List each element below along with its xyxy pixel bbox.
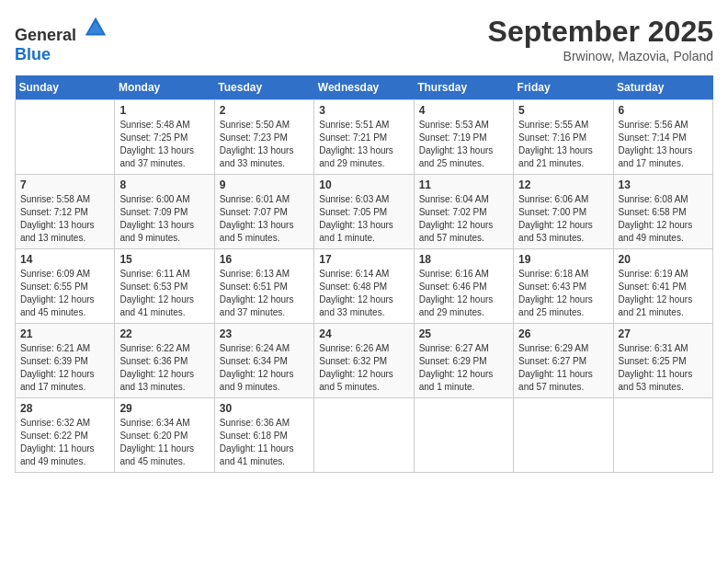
day-info: Sunrise: 6:29 AM Sunset: 6:27 PM Dayligh… [518, 342, 608, 394]
day-number: 23 [220, 327, 309, 340]
day-number: 3 [319, 104, 408, 117]
logo-blue: Blue [15, 45, 51, 63]
day-info: Sunrise: 6:03 AM Sunset: 7:05 PM Dayligh… [319, 193, 408, 245]
day-cell: 9Sunrise: 6:01 AM Sunset: 7:07 PM Daylig… [214, 175, 313, 249]
day-cell: 3Sunrise: 5:51 AM Sunset: 7:21 PM Daylig… [314, 100, 414, 175]
day-cell: 2Sunrise: 5:50 AM Sunset: 7:23 PM Daylig… [214, 100, 313, 175]
day-info: Sunrise: 6:19 AM Sunset: 6:41 PM Dayligh… [619, 268, 708, 319]
day-cell: 19Sunrise: 6:18 AM Sunset: 6:43 PM Dayli… [514, 249, 613, 324]
day-cell: 16Sunrise: 6:13 AM Sunset: 6:51 PM Dayli… [214, 249, 313, 324]
day-number: 22 [119, 327, 209, 340]
day-cell: 28Sunrise: 6:32 AM Sunset: 6:22 PM Dayli… [16, 398, 115, 473]
title-block: September 2025 Brwinow, Mazovia, Poland [488, 15, 713, 63]
logo-icon [83, 15, 108, 40]
day-cell: 17Sunrise: 6:14 AM Sunset: 6:48 PM Dayli… [314, 249, 414, 324]
day-number: 19 [518, 253, 608, 266]
day-cell: 13Sunrise: 6:08 AM Sunset: 6:58 PM Dayli… [613, 175, 712, 249]
day-number: 6 [619, 104, 708, 117]
day-cell [514, 398, 613, 473]
day-number: 16 [220, 253, 309, 266]
header-saturday: Saturday [613, 75, 712, 100]
day-number: 30 [220, 402, 309, 415]
page-header: General Blue September 2025 Brwinow, Maz… [15, 15, 713, 64]
location-subtitle: Brwinow, Mazovia, Poland [488, 49, 713, 63]
day-cell: 1Sunrise: 5:48 AM Sunset: 7:25 PM Daylig… [115, 100, 214, 175]
day-number: 10 [319, 178, 408, 191]
day-cell: 5Sunrise: 5:55 AM Sunset: 7:16 PM Daylig… [514, 100, 613, 175]
day-number: 12 [518, 178, 608, 191]
day-info: Sunrise: 5:55 AM Sunset: 7:16 PM Dayligh… [518, 119, 608, 170]
day-number: 2 [220, 104, 309, 117]
day-number: 25 [419, 327, 508, 340]
day-cell: 6Sunrise: 5:56 AM Sunset: 7:14 PM Daylig… [613, 100, 712, 175]
logo-text: General Blue [15, 15, 108, 64]
day-info: Sunrise: 6:08 AM Sunset: 6:58 PM Dayligh… [619, 193, 708, 245]
header-thursday: Thursday [414, 75, 513, 100]
header-tuesday: Tuesday [214, 75, 313, 100]
day-cell: 4Sunrise: 5:53 AM Sunset: 7:19 PM Daylig… [414, 100, 513, 175]
day-cell: 7Sunrise: 5:58 AM Sunset: 7:12 PM Daylig… [16, 175, 115, 249]
day-cell [314, 398, 414, 473]
day-cell: 14Sunrise: 6:09 AM Sunset: 6:55 PM Dayli… [16, 249, 115, 324]
day-cell: 22Sunrise: 6:22 AM Sunset: 6:36 PM Dayli… [115, 324, 214, 398]
day-number: 11 [419, 178, 508, 191]
day-cell: 30Sunrise: 6:36 AM Sunset: 6:18 PM Dayli… [214, 398, 313, 473]
calendar-header-row: SundayMondayTuesdayWednesdayThursdayFrid… [16, 75, 713, 100]
week-row-5: 28Sunrise: 6:32 AM Sunset: 6:22 PM Dayli… [16, 398, 713, 473]
day-number: 20 [619, 253, 708, 266]
day-number: 1 [119, 104, 209, 117]
month-title: September 2025 [488, 15, 713, 49]
day-info: Sunrise: 5:56 AM Sunset: 7:14 PM Dayligh… [619, 119, 708, 170]
day-cell [414, 398, 513, 473]
day-info: Sunrise: 6:36 AM Sunset: 6:18 PM Dayligh… [220, 417, 309, 468]
day-info: Sunrise: 6:24 AM Sunset: 6:34 PM Dayligh… [220, 342, 309, 394]
day-cell: 21Sunrise: 6:21 AM Sunset: 6:39 PM Dayli… [16, 324, 115, 398]
day-cell: 24Sunrise: 6:26 AM Sunset: 6:32 PM Dayli… [314, 324, 414, 398]
day-info: Sunrise: 6:26 AM Sunset: 6:32 PM Dayligh… [319, 342, 408, 394]
day-info: Sunrise: 6:06 AM Sunset: 7:00 PM Dayligh… [518, 193, 608, 245]
day-cell: 25Sunrise: 6:27 AM Sunset: 6:29 PM Dayli… [414, 324, 513, 398]
day-info: Sunrise: 6:09 AM Sunset: 6:55 PM Dayligh… [20, 268, 109, 319]
day-cell: 23Sunrise: 6:24 AM Sunset: 6:34 PM Dayli… [214, 324, 313, 398]
day-cell: 26Sunrise: 6:29 AM Sunset: 6:27 PM Dayli… [514, 324, 613, 398]
day-number: 9 [220, 178, 309, 191]
header-sunday: Sunday [16, 75, 115, 100]
day-cell: 10Sunrise: 6:03 AM Sunset: 7:05 PM Dayli… [314, 175, 414, 249]
day-number: 14 [20, 253, 109, 266]
day-info: Sunrise: 6:16 AM Sunset: 6:46 PM Dayligh… [419, 268, 508, 319]
logo-general: General [15, 26, 76, 44]
day-number: 7 [20, 178, 109, 191]
week-row-1: 1Sunrise: 5:48 AM Sunset: 7:25 PM Daylig… [16, 100, 713, 175]
header-friday: Friday [514, 75, 613, 100]
day-info: Sunrise: 5:51 AM Sunset: 7:21 PM Dayligh… [319, 119, 408, 170]
day-info: Sunrise: 5:50 AM Sunset: 7:23 PM Dayligh… [220, 119, 309, 170]
day-info: Sunrise: 6:34 AM Sunset: 6:20 PM Dayligh… [119, 417, 209, 468]
day-info: Sunrise: 6:11 AM Sunset: 6:53 PM Dayligh… [119, 268, 209, 319]
day-number: 5 [518, 104, 608, 117]
day-cell: 11Sunrise: 6:04 AM Sunset: 7:02 PM Dayli… [414, 175, 513, 249]
day-number: 17 [319, 253, 408, 266]
day-cell: 15Sunrise: 6:11 AM Sunset: 6:53 PM Dayli… [115, 249, 214, 324]
day-info: Sunrise: 6:01 AM Sunset: 7:07 PM Dayligh… [220, 193, 309, 245]
header-wednesday: Wednesday [314, 75, 414, 100]
day-cell: 29Sunrise: 6:34 AM Sunset: 6:20 PM Dayli… [115, 398, 214, 473]
day-info: Sunrise: 6:13 AM Sunset: 6:51 PM Dayligh… [220, 268, 309, 319]
day-info: Sunrise: 6:14 AM Sunset: 6:48 PM Dayligh… [319, 268, 408, 319]
day-info: Sunrise: 6:31 AM Sunset: 6:25 PM Dayligh… [619, 342, 708, 394]
day-info: Sunrise: 6:22 AM Sunset: 6:36 PM Dayligh… [119, 342, 209, 394]
day-info: Sunrise: 5:53 AM Sunset: 7:19 PM Dayligh… [419, 119, 508, 170]
day-cell: 27Sunrise: 6:31 AM Sunset: 6:25 PM Dayli… [613, 324, 712, 398]
day-cell: 8Sunrise: 6:00 AM Sunset: 7:09 PM Daylig… [115, 175, 214, 249]
logo: General Blue [15, 15, 108, 64]
calendar-table: SundayMondayTuesdayWednesdayThursdayFrid… [15, 75, 713, 473]
day-number: 21 [20, 327, 109, 340]
day-info: Sunrise: 6:27 AM Sunset: 6:29 PM Dayligh… [419, 342, 508, 394]
day-cell [613, 398, 712, 473]
day-number: 15 [119, 253, 209, 266]
day-number: 8 [119, 178, 209, 191]
day-info: Sunrise: 5:48 AM Sunset: 7:25 PM Dayligh… [119, 119, 209, 170]
day-info: Sunrise: 6:32 AM Sunset: 6:22 PM Dayligh… [20, 417, 109, 468]
day-info: Sunrise: 6:18 AM Sunset: 6:43 PM Dayligh… [518, 268, 608, 319]
day-number: 29 [119, 402, 209, 415]
day-cell: 20Sunrise: 6:19 AM Sunset: 6:41 PM Dayli… [613, 249, 712, 324]
